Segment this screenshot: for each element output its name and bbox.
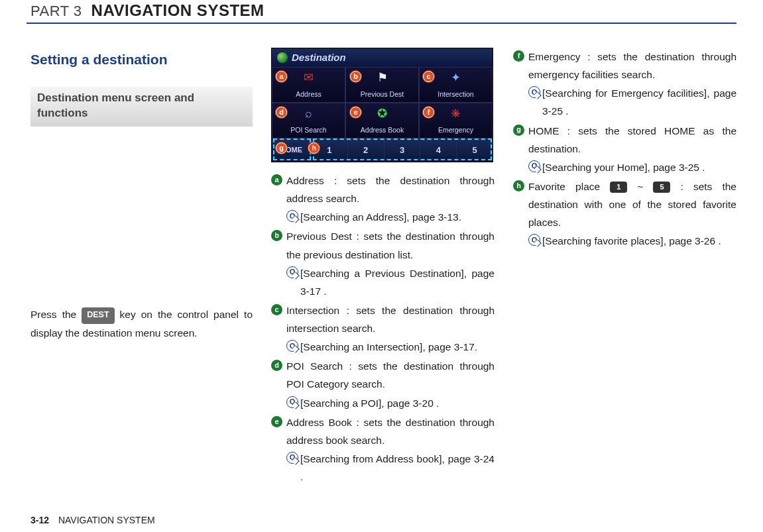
content-columns: Setting a destination Destination menu s… [27, 48, 736, 486]
badge-1: 1 [610, 182, 627, 193]
cell-label: Intersection [438, 88, 473, 100]
destination-grid: ✉ Address ⚑ Previous Dest ✦ Intersection… [272, 67, 493, 138]
bullet-f: f [513, 50, 524, 62]
callout-c: c [423, 71, 434, 82]
item-b: b Previous Dest : sets the destination t… [271, 227, 495, 300]
ref-b: Q [Searching a Previous Destination], pa… [286, 264, 495, 300]
callout-d: d [276, 107, 287, 118]
bullet-g: g [513, 125, 524, 136]
subsection-title: Destination menu screen and functions [30, 87, 253, 127]
book-icon: ✪ [374, 105, 391, 123]
cell-label: Emergency [438, 124, 473, 136]
ref-text: [Searching from Address book], page 3-24… [300, 450, 495, 486]
badge-5: 5 [653, 182, 670, 193]
header-rule [27, 23, 736, 24]
item-f: f Emergency : sets the destination throu… [513, 48, 736, 121]
column-2: Destination ✉ Address ⚑ Previous Dest ✦ … [271, 48, 495, 486]
callout-a: a [276, 71, 287, 82]
bullet-d: d [271, 360, 282, 371]
ref-icon: Q [528, 86, 540, 98]
item-c: c Intersection : sets the destination th… [271, 301, 495, 356]
ref-icon: Q [286, 266, 298, 278]
intersection-icon: ✦ [447, 70, 465, 87]
item-text-pre: Favorite place [528, 181, 610, 192]
ref-icon: Q [286, 340, 298, 352]
favorite-5[interactable]: 5 [457, 139, 493, 162]
item-text: Intersection : sets the destination thro… [286, 305, 495, 334]
favorite-3[interactable]: 3 [384, 139, 421, 162]
callout-g: g [276, 142, 287, 154]
cell-label: Address [296, 88, 322, 100]
ref-text: [Searching favorite places], page 3-26 . [542, 232, 736, 250]
cell-label: Previous Dest [361, 88, 404, 100]
ref-a: Q [Searching an Address], page 3-13. [286, 208, 495, 226]
ref-g: Q [Searching your Home], page 3-25 . [528, 158, 736, 176]
callout-f: f [423, 107, 434, 118]
ref-e: Q [Searching from Address book], page 3-… [286, 450, 495, 486]
item-text: POI Search : sets the destination throug… [286, 360, 495, 390]
callout-b: b [350, 71, 361, 82]
callout-e: e [350, 107, 361, 118]
ref-d: Q [Searching a POI], page 3-20 . [286, 394, 495, 412]
ref-text: [Searching your Home], page 3-25 . [542, 158, 736, 176]
page-footer: 3-12 NAVIGATION SYSTEM [30, 515, 155, 525]
item-text: Address Book : sets the destination thro… [286, 417, 495, 446]
favorite-2[interactable]: 2 [348, 139, 384, 162]
cell-label: Address Book [361, 124, 404, 136]
column-1: Setting a destination Destination menu s… [30, 48, 253, 486]
page-number: 3-12 [30, 515, 49, 525]
destination-screen: Destination ✉ Address ⚑ Previous Dest ✦ … [271, 48, 493, 162]
part-label: PART 3 [30, 3, 82, 20]
ref-icon: Q [286, 210, 298, 222]
column-3: f Emergency : sets the destination throu… [513, 48, 736, 486]
footer-label: NAVIGATION SYSTEM [58, 515, 155, 525]
page-header: PART 3 NAVIGATION SYSTEM [27, 0, 736, 20]
ref-c: Q [Searching an Intersection], page 3-17… [286, 338, 495, 356]
cell-label: POI Search [290, 124, 326, 136]
part-title: NAVIGATION SYSTEM [91, 1, 264, 20]
address-icon: ✉ [300, 70, 318, 87]
ref-icon: Q [286, 452, 298, 464]
favorite-4[interactable]: 4 [420, 139, 457, 162]
bullet-b: b [271, 230, 282, 241]
item-h: h Favorite place 1 ~ 5 : sets the destin… [513, 178, 736, 250]
destination-topbar: Destination [272, 48, 493, 67]
ref-icon: Q [528, 160, 540, 172]
section-title: Setting a destination [30, 48, 253, 72]
callout-h: h [308, 142, 320, 154]
item-e: e Address Book : sets the destination th… [271, 413, 495, 486]
dest-key-badge: DEST [82, 307, 114, 324]
bullet-e: e [271, 416, 282, 427]
ref-text: [Searching an Intersection], page 3-17. [300, 338, 495, 356]
bullet-c: c [271, 304, 282, 315]
flag-icon: ⚑ [374, 70, 391, 87]
item-a: a Address : sets the destination through… [271, 172, 495, 226]
ref-icon: Q [528, 234, 540, 246]
item-text: Address : sets the destination through a… [286, 175, 495, 204]
item-text: Emergency : sets the destination through… [528, 51, 736, 80]
destination-screen-title: Destination [292, 49, 346, 66]
destination-bottom-row: HOME 1 2 3 4 5 [272, 138, 493, 162]
globe-icon [277, 52, 288, 63]
ref-text: [Searching an Address], page 3-13. [300, 208, 495, 226]
ref-text: [Searching a Previous Destination], page… [300, 264, 495, 300]
ref-text: [Searching a POI], page 3-20 . [300, 394, 495, 412]
bullet-h: h [513, 180, 524, 191]
ref-h: Q [Searching favorite places], page 3-26… [528, 232, 736, 250]
item-d: d POI Search : sets the destination thro… [271, 357, 495, 411]
intro-text: Press the DEST key on the control panel … [30, 305, 253, 342]
ref-f: Q [Searching for Emergency facilities], … [528, 84, 736, 120]
bullet-a: a [271, 174, 282, 186]
item-sep: ~ [627, 181, 653, 192]
ref-text: [Searching for Emergency facilities], pa… [542, 84, 736, 120]
emergency-icon: ⛯ [447, 105, 465, 123]
item-text: Previous Dest : sets the destination thr… [286, 231, 495, 260]
poi-icon: ⌕ [300, 105, 318, 123]
item-text: HOME : sets the stored HOME as the desti… [528, 125, 736, 154]
intro-pre: Press the [30, 309, 82, 320]
item-g: g HOME : sets the stored HOME as the des… [513, 122, 736, 176]
ref-icon: Q [286, 396, 298, 408]
